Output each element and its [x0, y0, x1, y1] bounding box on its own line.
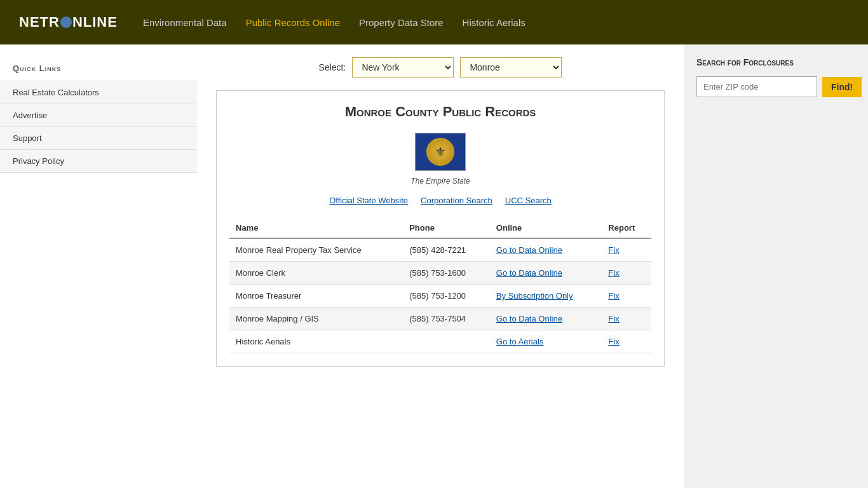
county-select[interactable]: Monroe Albany Bronx Erie Kings	[460, 57, 562, 78]
sidebar: Quick Links Real Estate Calculators Adve…	[0, 44, 197, 488]
col-header-report: Report	[602, 218, 651, 238]
ucc-search-link[interactable]: UCC Search	[505, 196, 552, 205]
row-online: Go to Aerials	[490, 330, 602, 353]
row-online: Go to Data Online	[490, 262, 602, 285]
online-link[interactable]: Go to Aerials	[496, 337, 543, 346]
row-report: Fix	[602, 238, 651, 262]
sidebar-item-calculators[interactable]: Real Estate Calculators	[0, 81, 197, 104]
foreclosure-title: Search for Forclosures	[696, 57, 855, 67]
row-phone: (585) 428-7221	[403, 238, 490, 262]
zip-input[interactable]	[696, 76, 817, 97]
row-name: Monroe Real Property Tax Service	[229, 238, 403, 262]
sidebar-item-advertise[interactable]: Advertise	[0, 104, 197, 126]
state-links: Official State Website Corporation Searc…	[229, 196, 651, 205]
row-report: Fix	[602, 262, 651, 285]
online-link[interactable]: Go to Data Online	[496, 245, 562, 255]
nav-environmental[interactable]: Environmental Data	[143, 17, 227, 28]
state-flag: ⚜	[415, 133, 466, 171]
state-flag-inner: ⚜	[416, 133, 465, 170]
find-button[interactable]: Find!	[822, 77, 862, 97]
main-wrapper: Quick Links Real Estate Calculators Adve…	[0, 44, 868, 488]
official-state-link[interactable]: Official State Website	[329, 196, 408, 205]
nav-historic-aerials[interactable]: Historic Aerials	[463, 17, 526, 28]
table-row: Monroe Treasurer(585) 753-1200By Subscri…	[229, 285, 651, 308]
row-online: Go to Data Online	[490, 238, 602, 262]
logo[interactable]: NETRNLINE	[19, 14, 118, 30]
main-nav: Environmental Data Public Records Online…	[143, 17, 526, 28]
report-link[interactable]: Fix	[608, 291, 619, 301]
header: NETRNLINE Environmental Data Public Reco…	[0, 0, 868, 44]
col-header-name: Name	[229, 218, 403, 238]
report-link[interactable]: Fix	[608, 268, 619, 278]
county-section: Monroe County Public Records ⚜ The Empir…	[216, 90, 665, 367]
flag-seal-icon: ⚜	[426, 138, 454, 166]
row-name: Monroe Treasurer	[229, 285, 403, 308]
row-name: Monroe Mapping / GIS	[229, 308, 403, 330]
report-link[interactable]: Fix	[608, 245, 619, 255]
row-online: Go to Data Online	[490, 308, 602, 330]
sidebar-item-privacy[interactable]: Privacy Policy	[0, 149, 197, 173]
state-flag-area: ⚜ The Empire State	[229, 133, 651, 186]
records-table: Name Phone Online Report Monroe Real Pro…	[229, 218, 651, 353]
logo-globe-icon	[60, 17, 72, 28]
online-link[interactable]: By Subscription Only	[496, 291, 573, 301]
row-phone: (585) 753-7504	[403, 308, 490, 330]
state-caption: The Empire State	[229, 177, 651, 186]
report-link[interactable]: Fix	[608, 314, 619, 323]
row-phone: (585) 753-1600	[403, 262, 490, 285]
online-link[interactable]: Go to Data Online	[496, 314, 562, 323]
row-name: Monroe Clerk	[229, 262, 403, 285]
table-row: Monroe Real Property Tax Service(585) 42…	[229, 238, 651, 262]
report-link[interactable]: Fix	[608, 337, 619, 346]
online-link[interactable]: Go to Data Online	[496, 268, 562, 278]
table-row: Monroe Clerk(585) 753-1600Go to Data Onl…	[229, 262, 651, 285]
nav-public-records[interactable]: Public Records Online	[246, 17, 340, 28]
quick-links-title: Quick Links	[0, 57, 197, 81]
row-phone	[403, 330, 490, 353]
nav-property-data[interactable]: Property Data Store	[359, 17, 444, 28]
table-row: Historic AerialsGo to AerialsFix	[229, 330, 651, 353]
row-report: Fix	[602, 308, 651, 330]
content-area: Select: New York Alabama Alaska Arizona …	[197, 44, 684, 488]
select-label: Select:	[319, 62, 346, 72]
row-online: By Subscription Only	[490, 285, 602, 308]
select-row: Select: New York Alabama Alaska Arizona …	[216, 57, 665, 78]
row-report: Fix	[602, 330, 651, 353]
corporation-search-link[interactable]: Corporation Search	[421, 196, 492, 205]
col-header-phone: Phone	[403, 218, 490, 238]
col-header-online: Online	[490, 218, 602, 238]
sidebar-item-support[interactable]: Support	[0, 126, 197, 149]
table-body: Monroe Real Property Tax Service(585) 42…	[229, 238, 651, 353]
row-name: Historic Aerials	[229, 330, 403, 353]
row-phone: (585) 753-1200	[403, 285, 490, 308]
row-report: Fix	[602, 285, 651, 308]
state-select[interactable]: New York Alabama Alaska Arizona Californ…	[352, 57, 454, 78]
county-title: Monroe County Public Records	[229, 104, 651, 120]
logo-area: NETRNLINE	[19, 14, 118, 30]
foreclosure-form: Find!	[696, 76, 855, 97]
table-row: Monroe Mapping / GIS(585) 753-7504Go to …	[229, 308, 651, 330]
right-panel: Search for Forclosures Find!	[684, 44, 868, 488]
